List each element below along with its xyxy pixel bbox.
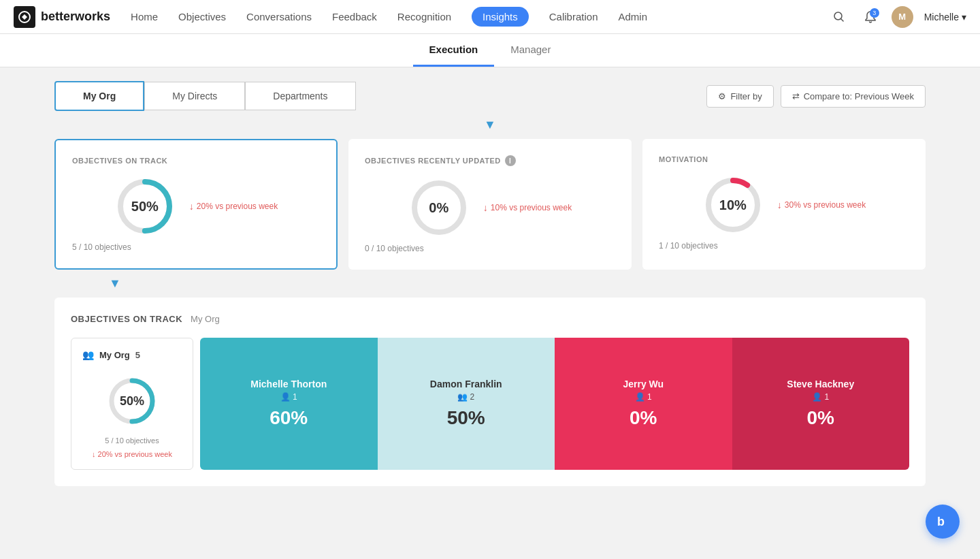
chevron-down-icon: ▾ <box>962 12 966 22</box>
stat-title-motivation: MOTIVATION <box>659 155 708 163</box>
tab-arrow: ▼ <box>54 118 926 132</box>
person-card-damon[interactable]: Damon Franklin 👥 2 50% <box>378 338 555 470</box>
logo-icon <box>14 6 35 28</box>
bar-chart-area: 👥 My Org 5 50% 5 / 10 objectives ↓ 20% v… <box>71 338 909 470</box>
mini-donut: 50% <box>105 374 159 428</box>
stat-sub-on-track: 5 / 10 objectives <box>72 242 131 252</box>
my-org-sub: 5 / 10 objectives <box>105 436 159 445</box>
stat-info-on-track: ↓ 20% vs previous week <box>189 201 278 212</box>
nav-conversations[interactable]: Conversations <box>246 8 312 25</box>
my-org-count: 5 <box>135 350 140 360</box>
compare-icon: ⇄ <box>792 91 800 101</box>
stat-change-motivation: ↓ 30% vs previous week <box>777 199 866 210</box>
notification-button[interactable]: 3 <box>860 7 881 27</box>
nav-admin[interactable]: Admin <box>619 8 648 25</box>
person-reports-steve: 👤 1 <box>812 392 829 402</box>
stat-title-updated: OBJECTIVES RECENTLY UPDATED i <box>365 155 516 166</box>
my-org-col-title: 👥 My Org 5 <box>82 349 140 360</box>
stat-card-updated: OBJECTIVES RECENTLY UPDATED i 0% ↓ 10% v… <box>348 139 632 270</box>
stat-sub-updated: 0 / 10 objectives <box>365 244 424 253</box>
info-icon[interactable]: i <box>505 155 516 166</box>
stat-change-on-track: ↓ 20% vs previous week <box>189 201 278 212</box>
person-reports-jerry: 👤 1 <box>635 392 652 402</box>
svg-line-2 <box>840 18 843 21</box>
down-arrow-icon-3: ↓ <box>777 199 782 210</box>
logo-text: betterworks <box>41 10 110 24</box>
donut-pct-motivation: 10% <box>719 197 747 213</box>
person-card-jerry[interactable]: Jerry Wu 👤 1 0% <box>555 338 732 470</box>
people-icon: 👥 <box>82 349 94 360</box>
nav-feedback[interactable]: Feedback <box>332 8 377 25</box>
nav-calibration[interactable]: Calibration <box>549 8 598 25</box>
navbar: betterworks Home Objectives Conversation… <box>0 0 980 34</box>
person-name-steve: Steve Hackney <box>787 379 854 389</box>
stat-info-motivation: ↓ 30% vs previous week <box>777 199 866 210</box>
person-card-steve[interactable]: Steve Hackney 👤 1 0% <box>732 338 910 470</box>
filter-icon: ⚙ <box>718 91 726 101</box>
nav-links: Home Objectives Conversations Feedback R… <box>131 7 829 27</box>
donut-on-track: 50% <box>114 176 176 237</box>
tab-manager[interactable]: Manager <box>494 34 567 67</box>
section-card: OBJECTIVES ON TRACK My Org 👥 My Org 5 50… <box>54 298 926 486</box>
person-pct-steve: 0% <box>807 407 834 429</box>
stat-change-updated: ↓ 10% vs previous week <box>483 202 572 213</box>
stat-info-updated: ↓ 10% vs previous week <box>483 202 572 213</box>
person-pct-jerry: 0% <box>630 407 657 429</box>
person-pct-damon: 50% <box>447 407 485 429</box>
donut-pct-on-track: 50% <box>131 199 159 214</box>
stat-body-motivation: 10% ↓ 30% vs previous week <box>702 174 866 236</box>
main-content: My Org My Directs Departments ⚙ Filter b… <box>0 67 980 513</box>
stat-card-motivation: MOTIVATION 10% ↓ 30% vs previous week 1 <box>642 139 926 270</box>
notification-badge: 3 <box>870 8 879 18</box>
navbar-right: 3 M Michelle ▾ <box>829 6 966 28</box>
tab-departments[interactable]: Departments <box>245 82 355 110</box>
avatar: M <box>892 6 913 28</box>
section-title: OBJECTIVES ON TRACK <box>71 314 182 324</box>
person-cards: Michelle Thorton 👤 1 60% Damon Franklin … <box>193 338 909 470</box>
donut-motivation: 10% <box>702 174 764 236</box>
person-reports-michelle: 👤 1 <box>280 392 297 402</box>
person-icon-damon: 👥 <box>457 392 468 402</box>
tab-execution[interactable]: Execution <box>413 34 495 67</box>
tab-actions: ⚙ Filter by ⇄ Compare to: Previous Week <box>706 85 926 108</box>
person-reports-damon: 👥 2 <box>457 392 474 402</box>
donut-pct-updated: 0% <box>429 200 448 216</box>
down-arrow-icon-2: ↓ <box>483 202 488 213</box>
person-icon-michelle: 👤 <box>280 392 291 402</box>
stat-body-updated: 0% ↓ 10% vs previous week <box>408 177 572 238</box>
stat-card-on-track: OBJECTIVES ON TRACK 50% ↓ 20% vs previou… <box>54 139 338 270</box>
tab-my-directs[interactable]: My Directs <box>144 82 245 110</box>
tab-my-org[interactable]: My Org <box>54 81 144 111</box>
my-org-change: ↓ 20% vs previous week <box>92 450 172 458</box>
search-button[interactable] <box>829 7 849 27</box>
person-name-jerry: Jerry Wu <box>623 379 664 389</box>
down-arrow-icon: ↓ <box>189 201 194 212</box>
change-arrow-icon: ↓ <box>92 450 96 458</box>
stat-title-on-track: OBJECTIVES ON TRACK <box>72 157 167 165</box>
person-icon-jerry: 👤 <box>635 392 645 402</box>
section-header: OBJECTIVES ON TRACK My Org <box>71 314 909 324</box>
person-card-michelle[interactable]: Michelle Thorton 👤 1 60% <box>200 338 378 470</box>
person-pct-michelle: 60% <box>270 407 308 429</box>
mini-donut-pct: 50% <box>120 394 144 409</box>
person-name-michelle: Michelle Thorton <box>250 379 327 389</box>
user-name-button[interactable]: Michelle ▾ <box>924 12 966 22</box>
sub-nav: Execution Manager <box>0 34 980 67</box>
compare-button[interactable]: ⇄ Compare to: Previous Week <box>781 85 926 108</box>
nav-objectives[interactable]: Objectives <box>178 8 226 25</box>
donut-updated: 0% <box>408 177 470 238</box>
view-tabs: My Org My Directs Departments ⚙ Filter b… <box>54 81 926 111</box>
person-icon-steve: 👤 <box>812 392 822 402</box>
stat-sub-motivation: 1 / 10 objectives <box>659 241 718 251</box>
person-name-damon: Damon Franklin <box>430 379 502 389</box>
nav-insights[interactable]: Insights <box>472 7 529 27</box>
my-org-column: 👥 My Org 5 50% 5 / 10 objectives ↓ 20% v… <box>71 338 193 470</box>
filter-button[interactable]: ⚙ Filter by <box>706 85 773 108</box>
stats-row: OBJECTIVES ON TRACK 50% ↓ 20% vs previou… <box>54 139 926 270</box>
logo[interactable]: betterworks <box>14 6 110 28</box>
section-sub: My Org <box>191 314 220 324</box>
nav-home[interactable]: Home <box>131 8 158 25</box>
svg-point-1 <box>834 12 842 20</box>
nav-recognition[interactable]: Recognition <box>397 8 451 25</box>
section-arrow: ▼ <box>54 276 926 291</box>
